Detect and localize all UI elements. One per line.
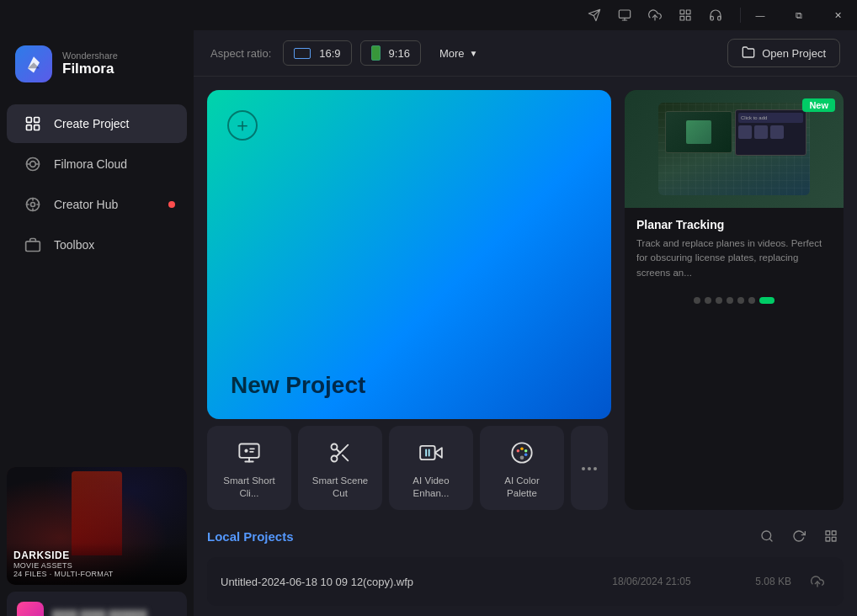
- view-toggle-button[interactable]: [818, 523, 844, 549]
- sidebar-item-toolbox[interactable]: Toolbox: [7, 226, 187, 264]
- main-content: Aspect ratio: 16:9 9:16 More ▼: [194, 30, 857, 616]
- open-project-button[interactable]: Open Project: [727, 39, 840, 67]
- tool-ai-video-enhance[interactable]: AI Video Enhan...: [389, 426, 473, 510]
- feature-panel: Click to add: [625, 90, 844, 510]
- restore-button[interactable]: ⧉: [780, 1, 818, 29]
- local-projects-header: Local Projects: [207, 523, 844, 549]
- chevron-down-icon: ▼: [470, 49, 478, 58]
- svg-rect-6: [680, 16, 684, 20]
- tool-label: Smart Short Cli...: [216, 475, 283, 500]
- sidebar: Wondershare Filmora Create Project: [0, 30, 194, 616]
- promo-thumb-1[interactable]: DARKSIDE MOVIE ASSETS 24 FILES · MULTI-F…: [7, 467, 187, 585]
- cloud-upload-icon[interactable]: [641, 1, 669, 29]
- ai-color-palette-icon: [507, 438, 537, 468]
- app-logo: Wondershare Filmora: [0, 30, 194, 98]
- carousel-dot-1[interactable]: [705, 297, 711, 304]
- aspect-ratio-bar: Aspect ratio: 16:9 9:16 More ▼: [194, 30, 857, 77]
- carousel-dot-6[interactable]: [759, 297, 774, 304]
- titlebar-icons: [570, 1, 740, 29]
- close-button[interactable]: ✕: [818, 1, 857, 29]
- sidebar-item-create-project[interactable]: Create Project: [7, 104, 187, 143]
- aspect-16-9-button[interactable]: 16:9: [283, 40, 351, 66]
- sidebar-promotions: DARKSIDE MOVIE ASSETS 24 FILES · MULTI-F…: [0, 459, 194, 616]
- tool-ai-color-palette[interactable]: AI Color Palette: [480, 426, 564, 510]
- tool-smart-short-clip[interactable]: Smart Short Cli...: [207, 426, 291, 510]
- svg-point-41: [524, 454, 528, 457]
- more-button[interactable]: More ▼: [429, 40, 488, 66]
- project-date: 18/06/2024 21:05: [593, 576, 711, 587]
- svg-point-38: [517, 449, 520, 453]
- svg-rect-23: [239, 444, 258, 458]
- add-project-icon: ＋: [227, 110, 258, 141]
- svg-rect-4: [680, 10, 684, 14]
- carousel-dot-4[interactable]: [737, 297, 744, 304]
- aspect-9-16-button[interactable]: 9:16: [360, 40, 421, 66]
- upload-project-button[interactable]: [805, 569, 830, 594]
- tool-label: Smart Scene Cut: [306, 475, 374, 500]
- sidebar-nav: Create Project Filmora Cloud: [0, 98, 194, 271]
- svg-point-42: [520, 456, 524, 460]
- search-projects-button[interactable]: [754, 523, 780, 549]
- monitor-icon[interactable]: [610, 1, 639, 29]
- svg-rect-22: [26, 242, 40, 252]
- svg-rect-9: [35, 118, 40, 123]
- logo-text: Wondershare Filmora: [62, 50, 118, 77]
- filmora-cloud-icon: [24, 155, 42, 173]
- notification-dot: [168, 201, 175, 208]
- toolbox-icon: [24, 236, 42, 254]
- ai-video-enhance-icon: [416, 438, 446, 468]
- aspect-9-16-label: 9:16: [389, 47, 410, 60]
- logo-brand: Wondershare: [62, 50, 118, 61]
- new-project-card[interactable]: ＋ New Project: [207, 90, 611, 419]
- svg-point-37: [512, 443, 531, 462]
- svg-rect-48: [832, 537, 836, 541]
- promo-thumb-2[interactable]: ████ ████ ██████: [7, 592, 187, 616]
- more-tools-button[interactable]: [571, 426, 608, 510]
- svg-rect-5: [686, 10, 690, 14]
- promo-subtitle: MOVIE ASSETS: [13, 561, 180, 570]
- carousel-dot-5[interactable]: [748, 297, 755, 304]
- aspect-16-9-label: 16:9: [319, 47, 340, 60]
- svg-point-13: [30, 162, 36, 167]
- refresh-projects-button[interactable]: [786, 523, 812, 549]
- promo-icon-2: [17, 602, 44, 617]
- share-icon[interactable]: [580, 1, 609, 29]
- feature-image: Click to add: [625, 90, 844, 208]
- minimize-button[interactable]: —: [741, 1, 780, 29]
- sidebar-item-creator-hub[interactable]: Creator Hub: [7, 185, 187, 224]
- content-area: ＋ New Project: [194, 77, 857, 523]
- carousel-dot-2[interactable]: [716, 297, 722, 304]
- svg-line-32: [343, 455, 348, 460]
- open-project-label: Open Project: [762, 47, 826, 60]
- local-projects-section: Local Projects: [194, 523, 857, 616]
- local-projects-actions: [754, 523, 844, 549]
- project-filename: Untitled-2024-06-18 10 09 12(copy).wfp: [221, 576, 579, 588]
- more-label: More: [439, 47, 465, 60]
- aspect-ratio-label: Aspect ratio:: [210, 47, 271, 60]
- tool-label: AI Color Palette: [488, 475, 556, 500]
- logo-name: Filmora: [62, 61, 118, 77]
- three-dots-icon: [582, 467, 597, 470]
- promo-sub2: 24 FILES · MULTI-FORMAT: [13, 570, 180, 578]
- create-project-icon: [24, 114, 42, 133]
- carousel-dot-0[interactable]: [694, 297, 700, 304]
- tool-smart-scene-cut[interactable]: Smart Scene Cut: [298, 426, 382, 510]
- feature-carousel-dots: [625, 290, 844, 314]
- feature-title: Planar Tracking: [636, 218, 832, 231]
- table-row[interactable]: Untitled-2024-06-18 10 09 12(copy).wfp 1…: [207, 557, 844, 606]
- folder-icon: [742, 45, 755, 61]
- grid-icon[interactable]: [671, 1, 700, 29]
- svg-line-44: [769, 539, 772, 541]
- svg-point-40: [524, 449, 528, 453]
- headset-icon[interactable]: [701, 1, 730, 29]
- tool-label: AI Video Enhan...: [397, 475, 465, 500]
- svg-point-26: [245, 450, 247, 452]
- aspect-16-9-icon: [294, 48, 311, 59]
- sidebar-item-filmora-cloud[interactable]: Filmora Cloud: [7, 145, 187, 183]
- carousel-dot-3[interactable]: [727, 297, 733, 304]
- promo-text-2: ████ ████ ██████: [52, 610, 147, 616]
- project-list: Untitled-2024-06-18 10 09 12(copy).wfp 1…: [207, 557, 844, 606]
- titlebar: — ⧉ ✕: [0, 0, 857, 30]
- sidebar-item-label: Toolbox: [54, 238, 94, 252]
- feature-description: Track and replace planes in videos. Perf…: [636, 236, 832, 280]
